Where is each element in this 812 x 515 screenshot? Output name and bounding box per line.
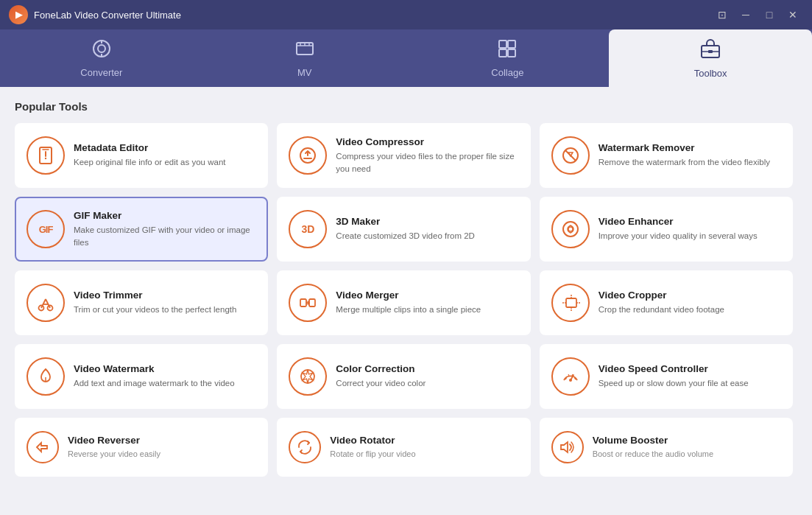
svg-point-16 (45, 158, 46, 159)
metadata-icon-wrap (27, 136, 65, 175)
rotator-info: Video Rotator Rotate or flip your video (330, 435, 415, 460)
tool-speed[interactable]: Video Speed Controller Speed up or slow … (540, 344, 793, 409)
watermark-name: Video Watermark (74, 363, 235, 374)
cropper-info: Video Cropper Crop the redundant video f… (599, 290, 724, 315)
color-info: Color Correction Correct your video colo… (336, 363, 426, 389)
svg-point-37 (301, 370, 314, 383)
speed-icon-wrap (551, 357, 590, 396)
reverser-info: Video Reverser Reverse your video easily (68, 435, 160, 460)
color-icon-wrap (289, 357, 327, 396)
metadata-desc: Keep original file info or edit as you w… (74, 156, 225, 168)
speed-info: Video Speed Controller Speed up or slow … (599, 363, 749, 389)
tab-converter[interactable]: Converter (0, 29, 203, 87)
trimmer-name: Video Trimmer (74, 290, 236, 301)
collage-icon (498, 39, 517, 63)
tab-mv[interactable]: MV (203, 29, 406, 87)
tab-converter-label: Converter (80, 67, 122, 78)
section-title: Popular Tools (15, 100, 797, 113)
metadata-info: Metadata Editor Keep original file info … (74, 142, 225, 168)
trimmer-info: Video Trimmer Trim or cut your videos to… (74, 290, 236, 315)
svg-line-42 (572, 374, 573, 376)
rotator-desc: Rotate or flip your video (330, 449, 415, 460)
svg-rect-11 (499, 49, 506, 57)
merger-info: Video Merger Merge multiple clips into a… (336, 290, 481, 315)
svg-marker-44 (561, 442, 568, 452)
cropper-icon-wrap (551, 284, 590, 322)
caption-button[interactable]: ⊡ (712, 6, 732, 24)
svg-point-1 (98, 45, 105, 52)
close-button[interactable]: ✕ (783, 6, 803, 24)
svg-point-21 (563, 222, 578, 237)
tool-merger[interactable]: Video Merger Merge multiple clips into a… (277, 270, 530, 335)
watermark-icon-wrap (27, 357, 65, 396)
enhancer-info: Video Enhancer Improve your video qualit… (599, 216, 758, 242)
svg-line-41 (568, 374, 569, 376)
tools-scroll-area[interactable]: Metadata Editor Keep original file info … (15, 123, 797, 508)
volume-name: Volume Booster (593, 435, 714, 446)
maximize-button[interactable]: □ (759, 6, 780, 24)
volume-icon-wrap (551, 431, 584, 463)
trimmer-desc: Trim or cut your videos to the perfect l… (74, 304, 236, 315)
tool-enhancer[interactable]: Video Enhancer Improve your video qualit… (540, 197, 793, 262)
svg-point-22 (568, 227, 573, 231)
gif-text: GIF (39, 224, 53, 235)
trimmer-icon-wrap (27, 284, 65, 322)
watermark-remove-desc: Remove the watermark from the video flex… (599, 156, 770, 168)
titlebar: ▶ FoneLab Video Converter Ultimate ⊡ ─ □… (0, 0, 812, 29)
gif-name: GIF Maker (74, 210, 256, 221)
color-desc: Correct your video color (336, 377, 426, 389)
reverser-name: Video Reverser (68, 435, 160, 446)
tool-3d[interactable]: 3D 3D Maker Create customized 3D video f… (277, 197, 530, 262)
svg-rect-15 (708, 50, 713, 53)
speed-desc: Speed up or slow down your file at ease (599, 377, 749, 389)
tool-volume[interactable]: Volume Booster Boost or reduce the audio… (540, 418, 793, 477)
enhancer-icon-wrap (551, 210, 590, 248)
color-name: Color Correction (336, 363, 426, 374)
3d-icon-wrap: 3D (289, 210, 327, 248)
tool-cropper[interactable]: Video Cropper Crop the redundant video f… (540, 270, 793, 335)
cropper-desc: Crop the redundant video footage (599, 304, 724, 315)
compress-desc: Compress your video files to the proper … (336, 150, 518, 174)
tab-collage[interactable]: Collage (406, 29, 610, 87)
compress-info: Video Compressor Compress your video fil… (336, 136, 518, 174)
cropper-name: Video Cropper (599, 290, 724, 301)
compress-icon-wrap (289, 136, 327, 175)
tool-rotator[interactable]: Video Rotator Rotate or flip your video (277, 418, 530, 477)
minimize-button[interactable]: ─ (735, 6, 756, 24)
tool-gif[interactable]: GIF GIF Maker Make customized GIF with y… (15, 197, 268, 262)
3d-desc: Create customized 3D video from 2D (336, 230, 475, 242)
tool-compress[interactable]: Video Compressor Compress your video fil… (277, 123, 530, 188)
toolbox-icon (700, 38, 721, 63)
svg-rect-9 (499, 41, 506, 48)
rotator-icon-wrap (289, 431, 321, 463)
mv-icon (295, 39, 314, 63)
enhancer-desc: Improve your video quality in several wa… (599, 230, 758, 242)
3d-name: 3D Maker (336, 216, 475, 227)
volume-info: Volume Booster Boost or reduce the audio… (593, 435, 714, 460)
svg-rect-31 (566, 298, 576, 307)
tool-watermark-remove[interactable]: Watermark Remover Remove the watermark f… (540, 123, 793, 188)
merger-name: Video Merger (336, 290, 481, 301)
metadata-name: Metadata Editor (74, 142, 225, 153)
enhancer-name: Video Enhancer (599, 216, 758, 227)
app-title: FoneLab Video Converter Ultimate (34, 10, 181, 21)
tool-color[interactable]: Color Correction Correct your video colo… (277, 344, 530, 409)
app-icon: ▶ (9, 5, 28, 24)
tool-metadata[interactable]: Metadata Editor Keep original file info … (15, 123, 268, 188)
tool-watermark[interactable]: Video Watermark Add text and image water… (15, 344, 268, 409)
tab-toolbox[interactable]: Toolbox (609, 29, 812, 87)
tool-trimmer[interactable]: Video Trimmer Trim or cut your videos to… (15, 270, 268, 335)
tool-reverser[interactable]: Video Reverser Reverse your video easily (15, 418, 268, 477)
reverser-icon-wrap (27, 431, 59, 463)
titlebar-left: ▶ FoneLab Video Converter Ultimate (9, 5, 181, 24)
watermark-remove-name: Watermark Remover (599, 142, 770, 153)
merger-icon-wrap (289, 284, 327, 322)
tab-collage-label: Collage (491, 67, 523, 78)
compress-name: Video Compressor (336, 136, 518, 147)
watermark-remove-info: Watermark Remover Remove the watermark f… (599, 142, 770, 168)
gif-desc: Make customized GIF with your video or i… (74, 224, 256, 248)
reverser-desc: Reverse your video easily (68, 449, 160, 460)
3d-text: 3D (301, 223, 314, 235)
merger-desc: Merge multiple clips into a single piece (336, 304, 481, 315)
window-controls: ⊡ ─ □ ✕ (712, 6, 803, 24)
